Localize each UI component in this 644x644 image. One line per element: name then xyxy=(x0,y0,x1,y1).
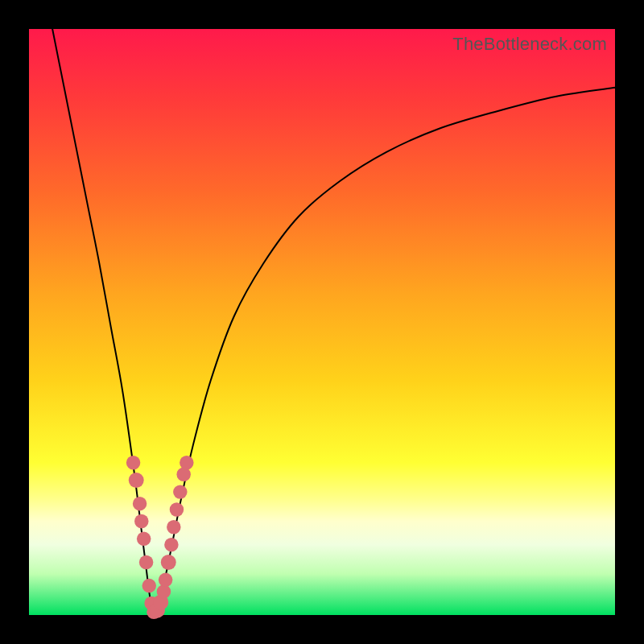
data-marker xyxy=(173,485,187,498)
data-marker xyxy=(170,502,184,516)
curve-right-branch xyxy=(155,88,615,615)
data-marker xyxy=(133,497,147,510)
data-marker xyxy=(159,573,172,587)
data-marker xyxy=(137,532,151,546)
data-marker xyxy=(161,555,176,570)
data-marker xyxy=(167,520,180,534)
data-marker xyxy=(139,555,153,569)
data-marker xyxy=(176,468,190,481)
plot-area: TheBottleneck.com xyxy=(29,29,615,615)
chart-frame: TheBottleneck.com xyxy=(0,0,644,644)
data-marker xyxy=(126,456,140,469)
data-marker xyxy=(180,456,193,469)
data-marker xyxy=(134,514,148,528)
chart-svg xyxy=(29,29,615,615)
data-marker xyxy=(129,473,144,488)
data-marker xyxy=(142,579,156,592)
marker-cluster xyxy=(126,456,194,619)
data-marker xyxy=(164,538,178,551)
